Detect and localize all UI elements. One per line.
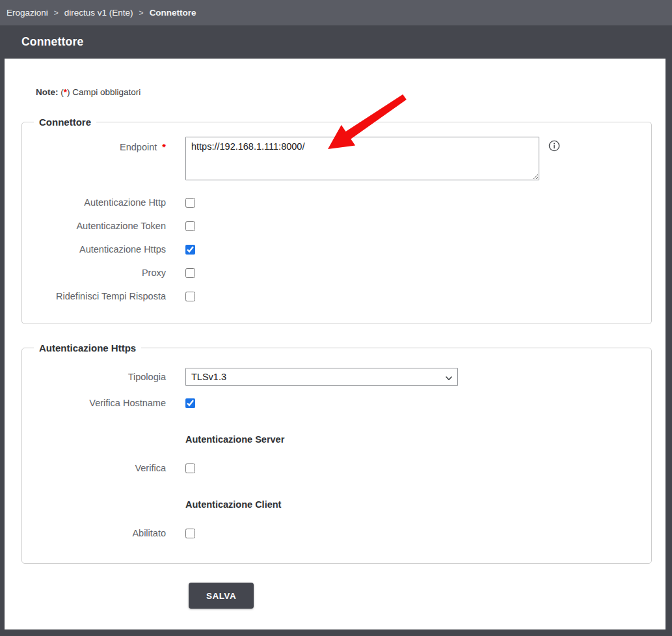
auth-https-fieldset: Autenticazione Https Tipologia TLSv1.3 V… xyxy=(21,342,652,564)
tipologia-select[interactable]: TLSv1.3 xyxy=(185,368,458,386)
tempi-risposta-checkbox[interactable] xyxy=(185,292,195,301)
note-label: Note: xyxy=(36,87,59,97)
save-button[interactable]: SALVA xyxy=(189,583,254,609)
abilitato-row: Abilitato xyxy=(26,521,645,545)
breadcrumb-item-erogazioni[interactable]: Erogazioni xyxy=(7,8,48,18)
auth-token-label: Autenticazione Token xyxy=(26,221,166,231)
tipologia-label: Tipologia xyxy=(26,372,166,382)
title-bar: Connettore xyxy=(0,25,672,59)
proxy-checkbox[interactable] xyxy=(185,268,195,278)
auth-http-checkbox[interactable] xyxy=(185,198,195,208)
auth-token-checkbox[interactable] xyxy=(185,221,195,231)
connettore-legend: Connettore xyxy=(34,117,96,128)
endpoint-input[interactable] xyxy=(185,137,539,180)
verifica-row: Verifica xyxy=(26,456,645,480)
auth-http-label: Autenticazione Http xyxy=(26,197,166,208)
tempi-risposta-label: Ridefinisci Tempi Risposta xyxy=(26,291,166,301)
verifica-hostname-row: Verifica Hostname xyxy=(26,391,645,415)
auth-https-checkbox[interactable] xyxy=(185,245,195,255)
auth-https-label: Autenticazione Https xyxy=(26,244,166,255)
endpoint-label: Endpoint * xyxy=(26,137,166,152)
connettore-fieldset: Connettore Endpoint * Autenticazione Htt… xyxy=(21,117,652,324)
auth-client-subtitle: Autenticazione Client xyxy=(185,498,645,511)
breadcrumb-separator: > xyxy=(139,8,144,18)
breadcrumb-separator: > xyxy=(54,8,59,18)
breadcrumb-item-connettore: Connettore xyxy=(150,8,196,18)
auth-server-subtitle: Autenticazione Server xyxy=(185,433,645,446)
page-title: Connettore xyxy=(21,35,83,49)
auth-https-legend: Autenticazione Https xyxy=(34,342,141,353)
verifica-label: Verifica xyxy=(26,463,166,473)
abilitato-checkbox[interactable] xyxy=(185,529,195,538)
note-marker-close: ) xyxy=(67,87,70,97)
verifica-hostname-checkbox[interactable] xyxy=(185,398,195,408)
breadcrumb: Erogazioni > directus v1 (Ente) > Connet… xyxy=(0,0,672,25)
required-fields-note: Note: (*) Campi obbligatori xyxy=(36,87,665,97)
proxy-row: Proxy xyxy=(26,261,645,284)
content-panel: Note: (*) Campi obbligatori Connettore E… xyxy=(5,59,665,629)
verifica-checkbox[interactable] xyxy=(185,463,195,473)
auth-http-row: Autenticazione Http xyxy=(26,191,645,214)
endpoint-required-asterisk: * xyxy=(162,142,166,152)
verifica-hostname-label: Verifica Hostname xyxy=(26,398,166,408)
note-text: Campi obbligatori xyxy=(72,87,141,97)
endpoint-row: Endpoint * xyxy=(26,137,645,180)
breadcrumb-item-directus[interactable]: directus v1 (Ente) xyxy=(64,8,133,18)
tempi-risposta-row: Ridefinisci Tempi Risposta xyxy=(26,284,645,308)
proxy-label: Proxy xyxy=(26,268,166,278)
auth-token-row: Autenticazione Token xyxy=(26,214,645,238)
tipologia-row: Tipologia TLSv1.3 xyxy=(26,365,645,389)
info-icon[interactable] xyxy=(548,140,560,154)
auth-https-row: Autenticazione Https xyxy=(26,238,645,261)
abilitato-label: Abilitato xyxy=(26,528,166,538)
